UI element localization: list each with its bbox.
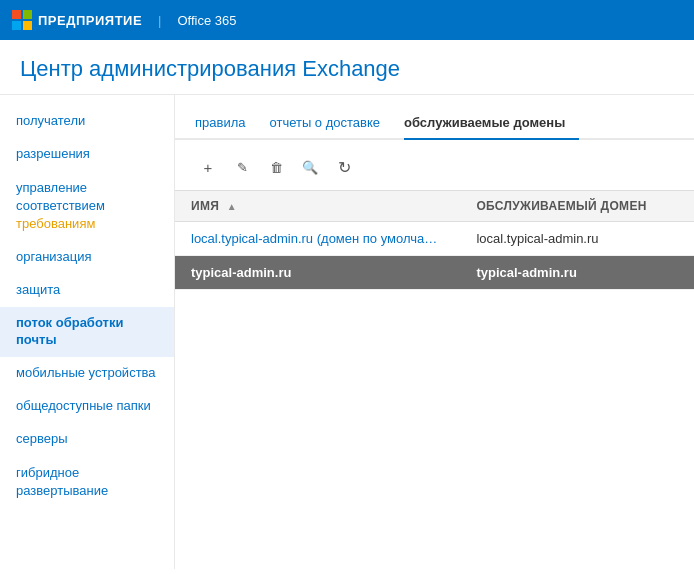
top-bar-divider: | [158,13,161,28]
delete-button[interactable]: 🗑 [263,154,289,180]
tab-delivery[interactable]: отчеты о доставке [269,109,394,138]
top-bar: ПРЕДПРИЯТИЕ | Office 365 [0,0,694,40]
main-layout: получатели разрешения управлениесоответс… [0,95,694,569]
sidebar-item-publicfolders[interactable]: общедоступные папки [0,390,174,423]
sidebar-item-organization[interactable]: организация [0,241,174,274]
content-area: правила отчеты о доставке обслуживаемые … [175,95,694,569]
cell-name: typical-admin.ru [175,256,460,290]
page-title: Центр администрирования Exchange [20,56,674,82]
sidebar-item-protection[interactable]: защита [0,274,174,307]
sidebar-item-compliance[interactable]: управлениесоответствиемтребованиям [0,171,174,242]
office365-label: Office 365 [178,13,237,28]
logo: ПРЕДПРИЯТИЕ [12,10,142,30]
sidebar-item-mailflow[interactable]: поток обработки почты [0,307,174,357]
cell-domain: local.typical-admin.ru [460,222,694,256]
refresh-button[interactable]: ↻ [331,154,357,180]
tab-rules[interactable]: правила [195,109,259,138]
table-row[interactable]: typical-admin.rutypical-admin.ru [175,256,694,290]
toolbar: + ✎ 🗑 🔍 ↻ [175,140,694,190]
column-header-name: ИМЯ ▲ [175,191,460,222]
table-header-row: ИМЯ ▲ ОБСЛУЖИВАЕМЫЙ ДОМЕН [175,191,694,222]
edit-button[interactable]: ✎ [229,154,255,180]
cell-name: local.typical-admin.ru (домен по умолча… [175,222,460,256]
domains-table: ИМЯ ▲ ОБСЛУЖИВАЕМЫЙ ДОМЕН local.typical-… [175,190,694,290]
sidebar-item-mobile[interactable]: мобильные устройства [0,357,174,390]
sidebar-item-permissions[interactable]: разрешения [0,138,174,171]
page-header: Центр администрирования Exchange [0,40,694,95]
sidebar-item-hybrid[interactable]: гибридноеразвертывание [0,456,174,508]
tab-navigation: правила отчеты о доставке обслуживаемые … [175,95,694,140]
column-header-domain: ОБСЛУЖИВАЕМЫЙ ДОМЕН [460,191,694,222]
sidebar-item-recipients[interactable]: получатели [0,105,174,138]
sidebar-item-servers[interactable]: серверы [0,423,174,456]
tab-domains[interactable]: обслуживаемые домены [404,109,579,140]
sort-icon: ▲ [227,201,237,212]
sidebar: получатели разрешения управлениесоответс… [0,95,175,569]
table-row[interactable]: local.typical-admin.ru (домен по умолча…… [175,222,694,256]
search-button[interactable]: 🔍 [297,154,323,180]
cell-domain: typical-admin.ru [460,256,694,290]
enterprise-label: ПРЕДПРИЯТИЕ [38,13,142,28]
ms-icon [12,10,32,30]
add-button[interactable]: + [195,154,221,180]
